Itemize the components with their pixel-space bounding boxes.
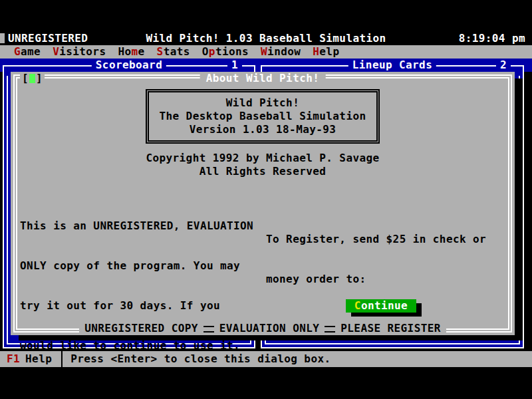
status-divider [61,351,63,367]
close-bracket-left: [ [22,72,29,85]
rights-line: All Rights Reserved [11,165,515,178]
menu-hotkey: H [313,45,319,58]
scoreboard-window-number: 1 [227,59,242,72]
continue-label: ontinue [361,299,408,312]
evaluation-text: This is an UNREGISTERED, EVALUATION ONLY… [20,193,253,399]
copyright-line: Copyright 1992 by Michael P. Savage [11,152,515,165]
menu-text: isitors [59,45,106,58]
menu-text: indow [267,45,301,58]
footer-register: PLEASE REGISTER [335,322,446,335]
dialog-title: About Wild Pitch! [200,72,326,85]
status-bar: F1 Help Press <Enter> to close this dial… [0,351,532,367]
menu-hotkey: p [209,45,215,58]
f1-label[interactable]: Help [25,352,52,366]
menu-hotkey: W [261,45,267,58]
scoreboard-window-title: Scoreboard [92,59,166,72]
body-line: you'll have to register. When you [20,379,253,392]
register-line: To Register, send $25 in check or [266,233,492,246]
menu-text: tions [215,45,249,58]
dialog-footer: UNREGISTERED COPY EVALUATION ONLY PLEASE… [11,322,515,335]
lineup-window-number: 2 [496,59,511,72]
about-info-box: Wild Pitch! The Desktop Baseball Simulat… [146,89,380,144]
menu-item-stats[interactable]: Stats [151,45,196,59]
about-dialog: [] About Wild Pitch! Wild Pitch! The Des… [11,72,515,335]
menu-item-window[interactable]: Window [255,45,307,59]
lineup-window-title: Lineup Cards [348,59,436,72]
menu-item-visitors[interactable]: Visitors [47,45,112,59]
body-line: would like to continue to use it, [20,339,253,352]
footer-separator [203,326,214,332]
menu-text: e [138,45,145,58]
body-line: try it out for 30 days. If you [20,299,253,313]
register-line: money order to: [266,273,492,286]
dialog-title-row: [] About Wild Pitch! [11,72,515,85]
app-name: Wild Pitch! [149,96,376,110]
close-bracket-right: ] [36,72,43,85]
app-version: Version 1.03 18-May-93 [149,123,376,136]
menu-hotkey: S [157,45,164,58]
menu-text: tats [164,45,190,58]
menu-item-game[interactable]: Game [8,45,47,59]
clock: 8:19:04 pm [459,32,525,45]
menu-text: Ho [118,45,131,58]
continue-button[interactable]: Continue [346,299,416,313]
menu-item-help[interactable]: Help [307,45,345,59]
menu-item-home[interactable]: Home [112,45,150,59]
f1-key[interactable]: F1 [7,352,20,366]
menu-text: ame [21,45,41,58]
menu-hotkey: m [132,45,138,58]
footer-separator [325,326,335,332]
menu-bar: Game Visitors Home Stats Options Window … [0,45,532,59]
screen-title-bar: Wild Pitch! 1.03 Baseball Simulation UNR… [0,32,532,45]
body-line: This is an UNREGISTERED, EVALUATION [20,219,253,233]
footer-unregistered: UNREGISTERED COPY [79,322,203,335]
footer-evaluation: EVALUATION ONLY [214,322,325,335]
body-line: ONLY copy of the program. You may [20,259,253,273]
close-button[interactable]: [] [20,72,45,85]
address-line: PO Box 536, Glen Ridge, NJ 07028 [279,392,492,399]
copyright-block: Copyright 1992 by Michael P. Savage All … [11,152,515,178]
close-icon [29,74,35,83]
status-message: Press <Enter> to close this dialog box. [70,352,331,366]
menu-text: O [202,45,209,58]
menu-hotkey: G [14,45,21,58]
app-subtitle: The Desktop Baseball Simulation [149,110,376,123]
dos-screen: { "colors": { "desktop_black": "#000000"… [0,0,532,399]
continue-hotkey: C [354,299,361,312]
menu-item-options[interactable]: Options [196,45,255,59]
menu-hotkey: V [53,45,59,58]
registration-status: UNREGISTERED [8,32,88,45]
menu-text: elp [319,45,339,58]
